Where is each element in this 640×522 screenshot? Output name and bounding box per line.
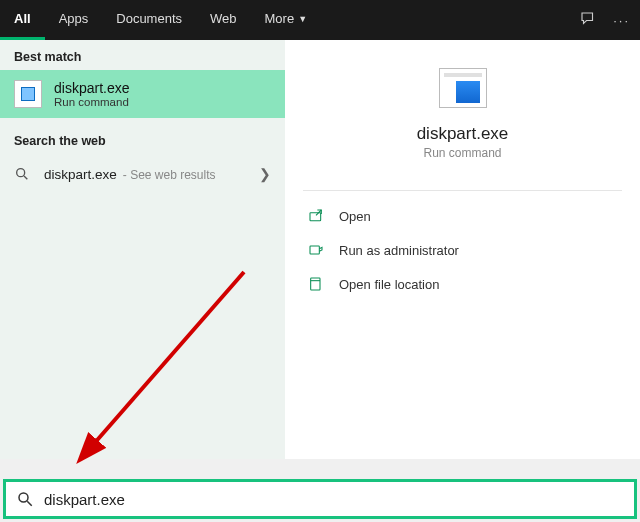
web-hint: - See web results — [123, 168, 216, 182]
svg-line-8 — [27, 501, 32, 506]
open-icon — [307, 207, 325, 225]
best-match-title: diskpart.exe — [54, 80, 129, 96]
preview-title: diskpart.exe — [305, 124, 620, 144]
chevron-right-icon: ❯ — [259, 166, 271, 182]
search-icon — [14, 166, 32, 182]
best-match-result[interactable]: diskpart.exe Run command — [0, 70, 285, 118]
svg-line-1 — [24, 176, 27, 179]
run-command-icon — [14, 80, 42, 108]
web-query: diskpart.exe — [44, 167, 117, 182]
chevron-down-icon: ▼ — [298, 14, 307, 24]
best-match-subtitle: Run command — [54, 96, 129, 108]
web-header: Search the web — [0, 118, 285, 154]
filter-tabs: All Apps Documents Web More ▼ — [0, 0, 321, 40]
action-run-admin[interactable]: Run as administrator — [303, 233, 622, 267]
tab-documents[interactable]: Documents — [102, 0, 196, 40]
svg-rect-3 — [310, 246, 319, 254]
admin-shield-icon — [307, 241, 325, 259]
svg-rect-2 — [310, 213, 321, 221]
action-open-location[interactable]: Open file location — [303, 267, 622, 301]
web-search-result[interactable]: diskpart.exe - See web results ❯ — [0, 154, 285, 194]
action-open[interactable]: Open — [303, 199, 622, 233]
search-bar[interactable] — [3, 479, 637, 519]
svg-point-0 — [17, 169, 25, 177]
best-match-header: Best match — [0, 40, 285, 70]
preview-app-icon — [439, 68, 487, 108]
preview-pane: diskpart.exe Run command Open Run as adm… — [285, 40, 640, 459]
search-input[interactable] — [44, 491, 624, 508]
action-location-label: Open file location — [339, 277, 439, 292]
tab-more[interactable]: More ▼ — [251, 0, 322, 40]
feedback-icon[interactable] — [579, 10, 597, 31]
folder-icon — [307, 275, 325, 293]
svg-point-7 — [19, 493, 28, 502]
tab-apps[interactable]: Apps — [45, 0, 103, 40]
action-open-label: Open — [339, 209, 371, 224]
top-bar: All Apps Documents Web More ▼ ··· — [0, 0, 640, 40]
action-admin-label: Run as administrator — [339, 243, 459, 258]
svg-rect-4 — [311, 278, 320, 290]
results-pane: Best match diskpart.exe Run command Sear… — [0, 40, 285, 459]
tab-web[interactable]: Web — [196, 0, 251, 40]
preview-subtitle: Run command — [305, 146, 620, 160]
tab-more-label: More — [265, 11, 295, 26]
tab-all[interactable]: All — [0, 0, 45, 40]
more-options-icon[interactable]: ··· — [613, 13, 630, 28]
search-icon — [16, 490, 34, 508]
